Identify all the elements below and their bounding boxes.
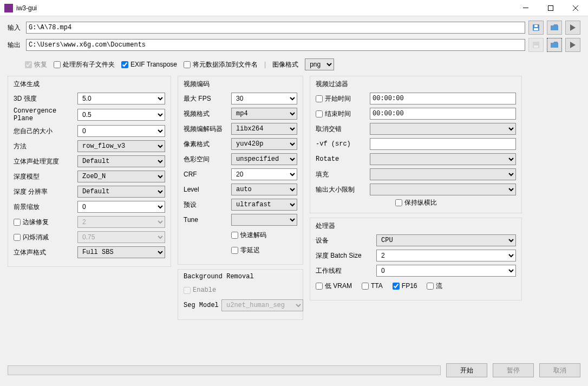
end-time-input[interactable] bbox=[370, 108, 516, 120]
close-button[interactable] bbox=[563, 0, 588, 16]
process-subfolders-checkbox[interactable]: 处理所有子文件夹 bbox=[54, 60, 115, 69]
tune-select[interactable] bbox=[231, 214, 297, 226]
titlebar: iw3-gui bbox=[0, 0, 588, 16]
pad-select[interactable] bbox=[370, 168, 516, 180]
vf-input[interactable] bbox=[370, 138, 516, 150]
fp16-checkbox[interactable]: FP16 bbox=[393, 282, 417, 290]
bg-enable-checkbox: Enable bbox=[184, 286, 216, 294]
foreground-scale-select[interactable]: 0 bbox=[77, 201, 165, 213]
preset-label: 预设 bbox=[184, 200, 231, 210]
bg-removal-panel: Background Removal Enable Seg Modelu2net… bbox=[178, 269, 303, 320]
own-size-select[interactable]: 0 bbox=[77, 125, 165, 137]
stream-checkbox[interactable]: 流 bbox=[427, 282, 442, 291]
strength-select[interactable]: 5.0 bbox=[77, 93, 165, 104]
input-path-field[interactable] bbox=[26, 22, 525, 34]
seg-model-label: Seg Model bbox=[184, 302, 221, 309]
depth-model-label: 深度模型 bbox=[14, 172, 77, 181]
foreground-scale-label: 前景缩放 bbox=[14, 202, 77, 212]
image-format-label: 图像格式 bbox=[272, 60, 298, 69]
save-input-button[interactable] bbox=[528, 21, 544, 35]
batch-select[interactable]: 2 bbox=[376, 250, 516, 261]
convergence-select[interactable]: 0.5 bbox=[77, 109, 165, 121]
svg-rect-8 bbox=[534, 45, 538, 48]
edge-repair-select: 2 bbox=[77, 216, 165, 228]
preset-select[interactable]: ultrafast bbox=[231, 199, 297, 211]
separator: | bbox=[264, 61, 266, 68]
processor-panel: 处理器 设备CPU 深度 Batch Size2 工作线程0 低 VRAM TT… bbox=[310, 218, 522, 300]
image-format-select[interactable]: png bbox=[305, 58, 334, 70]
pixfmt-select[interactable]: yuv420p bbox=[231, 138, 297, 150]
tune-label: Tune bbox=[184, 216, 231, 224]
svg-rect-0 bbox=[523, 8, 528, 8]
exif-transpose-checkbox[interactable]: EXIF Transpose bbox=[121, 61, 177, 68]
size-limit-label: 输出大小限制 bbox=[316, 185, 370, 194]
max-fps-label: 最大 FPS bbox=[184, 94, 231, 103]
codec-select[interactable]: libx264 bbox=[231, 123, 297, 135]
pad-label: 填充 bbox=[316, 170, 370, 179]
maximize-button[interactable] bbox=[538, 0, 563, 16]
tta-checkbox[interactable]: TTA bbox=[362, 282, 383, 290]
codec-label: 视频编解码器 bbox=[184, 125, 231, 134]
svg-rect-6 bbox=[534, 25, 538, 27]
browse-input-button[interactable] bbox=[547, 21, 562, 35]
depth-res-select[interactable]: Default bbox=[77, 186, 165, 198]
method-label: 方法 bbox=[14, 142, 77, 151]
threads-select[interactable]: 0 bbox=[376, 265, 516, 277]
restore-checkbox: 恢复 bbox=[25, 60, 47, 69]
deinterlace-label: 取消交错 bbox=[316, 125, 370, 134]
stereo-title: 立体生成 bbox=[14, 78, 165, 90]
batch-label: 深度 Batch Size bbox=[316, 251, 376, 260]
own-size-label: 您自己的大小 bbox=[14, 127, 77, 136]
play-input-button[interactable] bbox=[565, 21, 580, 35]
video-format-label: 视频格式 bbox=[184, 109, 231, 119]
output-label: 输出 bbox=[8, 41, 23, 50]
processor-title: 处理器 bbox=[316, 220, 516, 232]
output-path-field[interactable] bbox=[26, 39, 525, 51]
vf-label: -vf (src) bbox=[316, 140, 370, 148]
window-title: iw3-gui bbox=[16, 4, 513, 12]
strength-label: 3D 强度 bbox=[14, 94, 77, 103]
svg-rect-5 bbox=[534, 28, 538, 30]
convergence-label: Convergence Plane bbox=[14, 107, 77, 122]
size-limit-select[interactable] bbox=[370, 184, 516, 195]
video-format-select[interactable]: mp4 bbox=[231, 108, 297, 120]
crf-label: CRF bbox=[184, 171, 231, 178]
add-metadata-filename-checkbox[interactable]: 将元数据添加到文件名 bbox=[184, 60, 258, 69]
fast-decode-checkbox[interactable]: 快速解码 bbox=[231, 231, 266, 240]
colorspace-select[interactable]: unspecified bbox=[231, 153, 297, 165]
low-vram-checkbox[interactable]: 低 VRAM bbox=[316, 282, 352, 291]
rotate-label: Rotate bbox=[316, 155, 370, 163]
stereo-panel: 立体生成 3D 强度5.0 Convergence Plane0.5 您自己的大… bbox=[8, 76, 171, 267]
level-select[interactable]: auto bbox=[231, 184, 297, 195]
stereo-width-select[interactable]: Default bbox=[77, 155, 165, 167]
seg-model-select: u2net_human_seg bbox=[221, 299, 303, 311]
video-encode-title: 视频编码 bbox=[184, 78, 297, 90]
device-select[interactable]: CPU bbox=[376, 234, 516, 246]
zero-latency-checkbox[interactable]: 零延迟 bbox=[231, 246, 260, 255]
keep-aspect-checkbox[interactable]: 保持纵横比 bbox=[395, 198, 437, 207]
video-encode-panel: 视频编码 最大 FPS30 视频格式mp4 视频编解码器libx264 像素格式… bbox=[178, 76, 303, 265]
progress-bar bbox=[8, 365, 441, 375]
edge-repair-checkbox[interactable]: 边缘修复 bbox=[14, 218, 77, 227]
method-select[interactable]: row_flow_v3 bbox=[77, 140, 165, 152]
max-fps-select[interactable]: 30 bbox=[231, 93, 297, 104]
end-time-checkbox[interactable]: 结束时间 bbox=[316, 109, 370, 119]
start-button[interactable]: 开始 bbox=[446, 363, 487, 377]
play-output-button[interactable] bbox=[565, 38, 580, 52]
start-time-checkbox[interactable]: 开始时间 bbox=[316, 94, 370, 103]
minimize-button[interactable] bbox=[513, 0, 538, 16]
crf-select[interactable]: 20 bbox=[231, 168, 297, 180]
deinterlace-select[interactable] bbox=[370, 123, 516, 135]
start-time-input[interactable] bbox=[370, 93, 516, 104]
stereo-format-select[interactable]: Full SBS bbox=[77, 246, 165, 258]
browse-output-button[interactable] bbox=[547, 38, 562, 52]
input-label: 输入 bbox=[8, 23, 23, 32]
rotate-select[interactable] bbox=[370, 153, 516, 165]
flicker-checkbox[interactable]: 闪烁消减 bbox=[14, 233, 77, 242]
colorspace-label: 色彩空间 bbox=[184, 155, 231, 164]
flicker-select: 0.75 bbox=[77, 231, 165, 243]
depth-model-select[interactable]: ZoeD_N bbox=[77, 171, 165, 182]
video-filter-title: 视频过滤器 bbox=[316, 78, 516, 90]
stereo-format-label: 立体声格式 bbox=[14, 248, 77, 257]
save-output-button bbox=[528, 38, 544, 52]
